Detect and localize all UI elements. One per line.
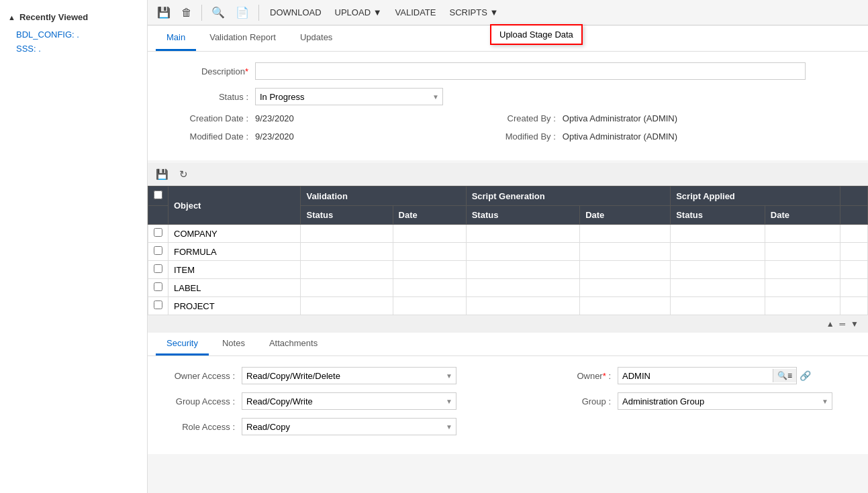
table-row: ITEM <box>148 261 868 279</box>
formula-sa-status <box>671 243 765 261</box>
expand-up-button[interactable]: ▲ <box>825 318 836 330</box>
table-row: COMPANY <box>148 225 868 243</box>
delete-icon-button[interactable]: 🗑 <box>177 4 196 21</box>
description-input[interactable] <box>255 62 806 80</box>
equalize-button[interactable]: ═ <box>838 318 847 330</box>
group-select[interactable]: Administration Group <box>618 392 832 410</box>
objects-table: Object Validation Script Generation Scri… <box>148 186 868 315</box>
scripts-button[interactable]: SCRIPTS ▼ <box>444 5 503 20</box>
owner-access-select-wrapper: Read/Copy/Write/Delete Read/Copy/Write R… <box>242 367 456 384</box>
created-by-label: Created By : <box>469 113 556 123</box>
project-sg-date <box>580 297 671 315</box>
row-checkbox-label <box>148 279 168 297</box>
group-access-col: Group Access : Read/Copy/Write Read/Copy… <box>161 392 456 410</box>
company-extra <box>840 225 867 243</box>
extra-column-header <box>840 186 867 206</box>
search-icon-button[interactable]: 🔍 <box>207 3 229 21</box>
item-val-status <box>301 261 393 279</box>
creation-date-value: 9/23/2020 <box>255 113 294 123</box>
checkbox-label[interactable] <box>154 282 162 291</box>
report-icon-button[interactable]: 📄 <box>232 3 253 21</box>
expand-down-button[interactable]: ▼ <box>849 318 860 330</box>
project-name: PROJECT <box>168 297 301 315</box>
script-gen-status-header: Status <box>466 206 579 225</box>
created-by-value: Optiva Administrator (ADMIN) <box>563 113 677 123</box>
validation-status-header: Status <box>301 206 393 225</box>
checkbox-item[interactable] <box>154 264 162 273</box>
project-val-date <box>393 297 466 315</box>
toolbar-separator-1 <box>201 5 202 21</box>
sidebar-item-sss[interactable]: SSS: . <box>0 42 147 56</box>
modified-by-value: Optiva Administrator (ADMIN) <box>563 131 677 142</box>
table-refresh-button[interactable]: ↻ <box>177 167 191 182</box>
project-val-status <box>301 297 393 315</box>
table-row: FORMULA <box>148 243 868 261</box>
status-select-wrapper: In Progress <box>255 88 443 105</box>
sidebar-item-bdl-config[interactable]: BDL_CONFIG: . <box>0 28 147 42</box>
validation-date-header: Date <box>393 206 466 225</box>
checkbox-company[interactable] <box>154 228 162 237</box>
checkbox-formula[interactable] <box>154 246 162 255</box>
table-save-button[interactable]: 💾 <box>153 167 171 182</box>
description-required-asterisk: * <box>245 66 248 76</box>
description-row: Description* <box>161 62 855 80</box>
owner-access-select[interactable]: Read/Copy/Write/Delete Read/Copy/Write R… <box>242 367 456 384</box>
owner-col: Owner* : 🔍≡ 🔗 <box>537 367 811 384</box>
group-access-select[interactable]: Read/Copy/Write Read/Copy/Write/Delete R… <box>242 392 456 410</box>
checkbox-project[interactable] <box>154 300 162 309</box>
tab-security[interactable]: Security <box>156 333 209 355</box>
row-checkbox-company <box>148 225 168 243</box>
label-sa-status <box>671 279 765 297</box>
company-sg-status <box>466 225 579 243</box>
company-sa-status <box>671 225 765 243</box>
validate-button[interactable]: VALIDATE <box>390 5 442 20</box>
main-form-section: Description* Status : In Progress <box>148 52 868 160</box>
select-all-checkbox[interactable] <box>154 190 162 199</box>
formula-name: FORMULA <box>168 243 301 261</box>
script-gen-date-header: Date <box>580 206 671 225</box>
toolbar: 💾 🗑 🔍 📄 DOWNLOAD UPLOAD ▼ VALIDATE SCRIP… <box>148 0 868 25</box>
owner-access-col: Owner Access : Read/Copy/Write/Delete Re… <box>161 367 456 384</box>
upload-stage-data-dropdown[interactable]: Upload Stage Data <box>490 24 583 45</box>
owner-search-button[interactable]: 🔍≡ <box>773 369 796 382</box>
description-label: Description* <box>161 66 248 76</box>
role-access-select[interactable]: Read/Copy Read/Copy/Write Read Only <box>242 418 456 435</box>
tab-validation-report[interactable]: Validation Report <box>199 25 287 51</box>
group-access-label: Group Access : <box>161 396 235 406</box>
modified-date-value: 9/23/2020 <box>255 131 294 142</box>
download-button[interactable]: DOWNLOAD <box>264 5 327 20</box>
label-val-status <box>301 279 393 297</box>
scripts-arrow-icon: ▼ <box>489 7 498 17</box>
status-row: Status : In Progress <box>161 88 855 105</box>
modified-date-row: Modified Date : 9/23/2020 Modified By : … <box>161 131 855 142</box>
object-column-header: Object <box>168 186 301 225</box>
role-access-select-wrapper: Read/Copy Read/Copy/Write Read Only <box>242 418 456 435</box>
table-toolbar: 💾 ↻ <box>148 163 868 186</box>
resize-controls: ▲ ═ ▼ <box>148 315 868 333</box>
formula-val-date <box>393 243 466 261</box>
owner-label: Owner* : <box>537 371 611 381</box>
content-area: Main Validation Report Updates Descripti… <box>148 25 868 493</box>
tab-updates[interactable]: Updates <box>289 25 343 51</box>
tab-main[interactable]: Main <box>156 25 196 51</box>
creation-date-label: Creation Date : <box>161 113 248 123</box>
save-icon-button[interactable]: 💾 <box>153 3 175 21</box>
recently-viewed-label: Recently Viewed <box>19 12 88 22</box>
formula-extra <box>840 243 867 261</box>
label-val-date <box>393 279 466 297</box>
owner-input[interactable] <box>618 369 773 383</box>
owner-link-button[interactable]: 🔗 <box>800 370 811 381</box>
tab-notes[interactable]: Notes <box>211 333 256 355</box>
upload-label: UPLOAD <box>335 7 371 17</box>
owner-required-asterisk: * <box>603 371 606 381</box>
created-by-col: Created By : Optiva Administrator (ADMIN… <box>469 113 691 123</box>
status-select[interactable]: In Progress <box>255 88 443 105</box>
modified-by-col: Modified By : Optiva Administrator (ADMI… <box>469 131 691 142</box>
company-name: COMPANY <box>168 225 301 243</box>
row-checkbox-item <box>148 261 168 279</box>
label-sg-date <box>580 279 671 297</box>
upload-button[interactable]: UPLOAD ▼ <box>330 5 387 20</box>
role-access-row: Role Access : Read/Copy Read/Copy/Write … <box>161 418 855 435</box>
tab-attachments[interactable]: Attachments <box>258 333 328 355</box>
row-checkbox-formula <box>148 243 168 261</box>
